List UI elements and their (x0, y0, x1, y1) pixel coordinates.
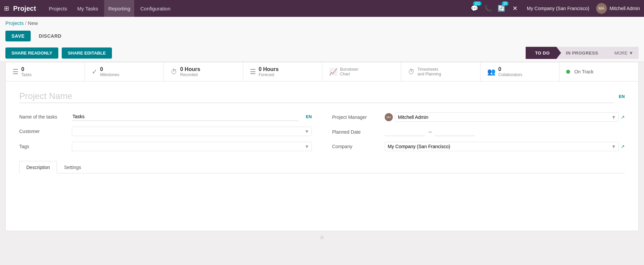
collaborators-count: 0 (498, 66, 522, 72)
customer-select[interactable] (72, 127, 312, 136)
breadcrumb-parent[interactable]: Projects (5, 20, 24, 26)
company-name: My Company (San Francisco) (527, 6, 589, 11)
milestones-icon: ✓ (92, 68, 97, 76)
project-manager-label: Project Manager (332, 114, 379, 120)
on-track-label: On Track (574, 69, 593, 74)
tasks-name-input[interactable] (72, 112, 298, 121)
close-button[interactable]: ✕ (510, 3, 520, 13)
breadcrumb-separator: / (25, 20, 26, 26)
user-menu[interactable]: MA Mitchell Admin (596, 3, 640, 14)
manager-avatar: MA (385, 113, 393, 121)
on-track-dot (566, 70, 570, 74)
tab-settings[interactable]: Settings (57, 161, 88, 173)
company-select-wrapper: My Company (San Francisco) ▼ (385, 142, 619, 151)
timesheets-label: Timesheets (417, 67, 441, 72)
nav-reporting[interactable]: Reporting (104, 0, 134, 17)
stat-collaborators[interactable]: 👥 0 Collaborators (480, 62, 560, 81)
stat-milestones[interactable]: ✓ 0 Milestones (85, 62, 164, 81)
stat-on-track[interactable]: On Track (559, 62, 638, 81)
pipeline-more[interactable]: MORE ▼ (605, 47, 639, 59)
tasks-name-label: Name of the tasks (19, 114, 66, 120)
timesheets-icon: ⏱ (408, 68, 415, 76)
nav-projects[interactable]: Projects (45, 0, 71, 17)
project-name-input[interactable] (19, 90, 613, 103)
planned-date-arrow-icon: → (427, 129, 433, 135)
top-navigation: ⊞ Project Projects My Tasks Reporting Co… (0, 0, 644, 17)
collaborators-label: Collaborators (498, 72, 522, 77)
avatar: MA (596, 3, 607, 14)
timesheets-label2: and Planning (417, 72, 441, 76)
save-button[interactable]: SAVE (5, 31, 31, 41)
company-external-link-icon[interactable]: ↗ (621, 144, 625, 149)
form-fields: Name of the tasks EN Customer ▼ Tags (19, 110, 625, 154)
nav-my-tasks[interactable]: My Tasks (73, 0, 102, 17)
hours-recorded-icon: ⏱ (171, 68, 177, 76)
tags-select[interactable] (72, 142, 312, 151)
stat-hours-recorded[interactable]: ⏱ 0 Hours Recorded (164, 62, 243, 81)
burndown-label2: Chart (340, 72, 358, 76)
notifications-button[interactable]: 💬 161 (469, 3, 479, 13)
topnav-icons: 💬 161 📞 🔄 30 ✕ My Company (San Francisco… (469, 3, 640, 14)
field-customer: Customer ▼ (19, 124, 312, 139)
hours-forecast-num: 0 Hours (259, 66, 279, 72)
share-bar: SHARE READONLY SHARE EDITABLE TO DO IN P… (0, 45, 644, 62)
collaborators-icon: 👥 (487, 68, 496, 76)
tasks-icon: ☰ (12, 68, 19, 76)
field-company: Company My Company (San Francisco) ▼ ↗ (332, 139, 625, 154)
activity-button[interactable]: 🔄 30 (496, 3, 506, 13)
tab-description[interactable]: Description (19, 161, 57, 173)
grid-icon[interactable]: ⊞ (4, 5, 9, 12)
company-label: Company (332, 144, 379, 149)
milestones-count: 0 (100, 66, 119, 72)
pipeline-inprogress[interactable]: IN PROGRESS (556, 47, 605, 59)
stat-timesheets[interactable]: ⏱ Timesheets and Planning (401, 62, 480, 81)
tasks-label: Tasks (21, 72, 32, 77)
project-name-lang-badge[interactable]: EN (619, 94, 625, 99)
tasks-lang-badge[interactable]: EN (306, 114, 312, 119)
burndown-icon: 📈 (329, 68, 338, 76)
tab-content-description (19, 173, 625, 224)
tags-select-wrapper: ▼ (72, 142, 312, 151)
planned-date-start-input[interactable] (385, 128, 425, 136)
manager-select-wrapper: Mitchell Admin ▼ (395, 112, 619, 122)
tasks-count: 0 (21, 66, 32, 72)
planned-date-value: → (385, 128, 625, 136)
manager-select[interactable]: Mitchell Admin (395, 112, 619, 122)
field-name-of-tasks: Name of the tasks EN (19, 110, 312, 124)
customer-label: Customer (19, 129, 66, 134)
burndown-label: Burndown (340, 67, 358, 72)
customer-select-wrapper: ▼ (72, 127, 312, 136)
stat-burndown[interactable]: 📈 Burndown Chart (322, 62, 402, 81)
tasks-name-value: EN (72, 112, 312, 121)
company-select[interactable]: My Company (San Francisco) (385, 142, 619, 151)
tags-label: Tags (19, 144, 66, 149)
planned-date-end-input[interactable] (435, 128, 475, 136)
share-readonly-button[interactable]: SHARE READONLY (5, 47, 58, 59)
action-bar: SAVE DISCARD (0, 28, 644, 45)
breadcrumb-current: New (28, 20, 38, 26)
phone-button[interactable]: 📞 (483, 3, 493, 13)
form-right-column: Project Manager MA Mitchell Admin ▼ ↗ (332, 110, 625, 154)
app-brand: Project (13, 5, 36, 12)
manager-external-link-icon[interactable]: ↗ (621, 114, 625, 120)
scroll-icon: ≡ (320, 234, 324, 241)
discard-button[interactable]: DISCARD (34, 31, 66, 41)
stat-tasks[interactable]: ☰ 0 Tasks (6, 62, 85, 81)
nav-configuration[interactable]: Configuration (136, 0, 174, 17)
activity-badge: 30 (502, 1, 508, 6)
pipeline-todo[interactable]: TO DO (526, 47, 556, 59)
notifications-badge: 161 (473, 1, 481, 6)
milestones-label: Milestones (100, 72, 119, 77)
project-manager-value: MA Mitchell Admin ▼ ↗ (385, 112, 625, 122)
hours-recorded-num: 0 Hours (180, 66, 200, 72)
user-name: Mitchell Admin (610, 6, 640, 11)
hours-recorded-label: Recorded (180, 72, 200, 77)
field-planned-date: Planned Date → (332, 125, 625, 139)
share-editable-button[interactable]: SHARE EDITABLE (62, 47, 112, 59)
scroll-hint: ≡ (0, 231, 644, 244)
stat-hours-forecast[interactable]: ☰ 0 Hours Forecast (243, 62, 322, 81)
tabs-bar: Description Settings (19, 161, 625, 173)
hours-forecast-icon: ☰ (250, 68, 256, 76)
project-name-row: EN (19, 90, 625, 103)
breadcrumb: Projects / New (0, 17, 644, 28)
